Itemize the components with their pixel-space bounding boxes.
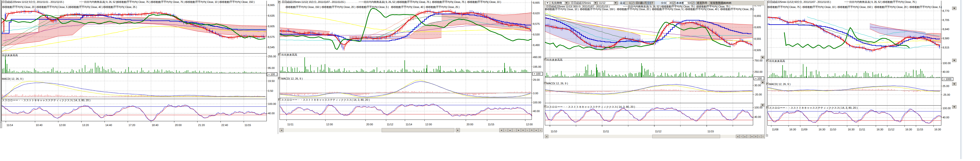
svg-text:11/08: 11/08 (772, 128, 778, 131)
svg-text:40.00: 40.00 (268, 112, 275, 115)
svg-text:40.00: 40.00 (533, 110, 540, 112)
svg-text:11/11: 11/11 (603, 130, 609, 133)
svg-text:8,655: 8,655 (754, 14, 761, 17)
svg-text:移移動動平平均均( Close, 75 ): 移移動動平平均均( Close, 75 ) (883, 0, 916, 3)
svg-text:移移動動平平均均( Close, 20 ): 移移動動平平均均( Close, 20 ) (2, 6, 36, 8)
svg-text:21:20: 21:20 (198, 124, 205, 126)
svg-text:▲: ▲ (509, 129, 511, 131)
svg-text:ススロローー・・スストトキキャャスステティィククスス( 14: ススロローー・・スストトキキャャスステティィククスス( 14, 3, 80, 2… (2, 99, 91, 102)
svg-text:●: ● (536, 129, 537, 131)
svg-text:►: ► (518, 129, 520, 131)
svg-text:-20.00: -20.00 (754, 93, 762, 96)
svg-text:適適用用: 適適用用 (697, 2, 707, 4)
svg-text:11/11: 11/11 (859, 128, 865, 131)
svg-text:移移動動平平均均( Close, 20 ): 移移動動平平均均( Close, 20 ) (617, 8, 651, 11)
svg-text:一一目目均均衡衡表表( 9, 26, 52 ): 一一目目均均衡衡表表( 9, 26, 52 ) (844, 0, 882, 3)
svg-text:8,605: 8,605 (754, 26, 761, 29)
svg-text:8,640: 8,640 (943, 28, 949, 31)
svg-text:8,620: 8,620 (533, 12, 540, 15)
svg-text:複複数数銘銘柄柄: 複複数数銘銘柄柄 (710, 2, 731, 4)
svg-text:日日経経225mini 11/12( 15分分, 2011/: 日日経経225mini 11/12( 15分分, 2011/11/07 - 20… (282, 0, 345, 3)
svg-text:一一目目均均衡衡表表( 9, 26, 52 ): 一一目目均均衡衡表表( 9, 26, 52 ) (79, 0, 117, 3)
svg-text:16:30: 16:30 (848, 128, 854, 131)
svg-text:R: R (531, 129, 533, 131)
svg-text:11/15: 11/15 (488, 123, 494, 126)
svg-text:分分: 分分 (661, 2, 667, 4)
svg-text:×: × (540, 129, 541, 131)
svg-text:19.50: 19.50 (268, 79, 275, 82)
svg-text:8,665: 8,665 (533, 1, 540, 4)
svg-text:◄: ◄ (737, 136, 739, 137)
svg-text:L: L (527, 129, 528, 131)
svg-text:30.00: 30.00 (754, 84, 761, 87)
svg-text:移移動動平平均均( Close, 150 ): 移移動動平平均均( Close, 150 ) (286, 6, 321, 8)
svg-text:◄: ◄ (546, 136, 547, 137)
svg-text:8,705: 8,705 (943, 19, 949, 21)
svg-text:11/15: 11/15 (245, 124, 251, 126)
svg-text:移移動動平平均均( Close, 20 ): 移移動動平平均均( Close, 20 ) (321, 6, 355, 8)
svg-text:移移動動平平均均( Close, 40 ): 移移動動平平均均( Close, 40 ) (685, 8, 719, 11)
svg-text:14:40: 14:40 (105, 124, 112, 126)
svg-text:18:40: 18:40 (152, 124, 159, 126)
svg-text:16:30: 16:30 (934, 128, 941, 131)
svg-text:16:30: 16:30 (819, 128, 826, 131)
svg-text:8,515: 8,515 (943, 46, 949, 49)
svg-text:日日経経225mini 11/12( 5分分, 2011/1: 日日経経225mini 11/12( 5分分, 2011/11/11 - 201… (2, 0, 64, 3)
svg-text:MACD( 12, 26, 9 ): MACD( 12, 26, 9 ) (547, 82, 568, 85)
svg-text:移移動動平平均均( Close, 75 ): 移移動動平平均均( Close, 75 ) (151, 0, 185, 3)
svg-text:30: 30 (669, 2, 672, 4)
svg-text:移移動動平平均均( Close, 10 ): 移移動動平平均均( Close, 10 ) (467, 0, 501, 3)
svg-text:0.50: 0.50 (268, 89, 273, 92)
svg-text:移移動動平平均均( Close, 150 ): 移移動動平平均均( Close, 150 ) (220, 0, 255, 3)
svg-text:日日経経225mini 11/12( 60分分, 2011/: 日日経経225mini 11/12( 60分分, 2011/11/07 - 20… (767, 0, 831, 3)
svg-text:+: + (741, 136, 742, 137)
svg-text:3.00: 3.00 (533, 92, 538, 95)
svg-text:8,490: 8,490 (533, 44, 540, 47)
svg-text:11/15: 11/15 (708, 130, 714, 133)
svg-text:移移動動平平均均( Close, 25 ): 移移動動平平均均( Close, 25 ) (426, 6, 460, 8)
svg-text:移移動動平平均均( Close, 150 ): 移移動動平平均均( Close, 150 ) (580, 8, 615, 11)
svg-text:×: × (762, 136, 764, 137)
svg-text:11/12: 11/12 (888, 128, 894, 131)
svg-text:移移動動平平均均( Close, 5 ): 移移動動平平均均( Close, 5 ) (652, 8, 684, 11)
svg-text:11/15: 11/15 (917, 128, 923, 131)
svg-text:ススロローー・・スストトキキャャスステティィククスス( 14: ススロローー・・スストトキキャャスステティィククスス( 14, 3, 80, 2… (769, 106, 858, 109)
svg-text:13:20: 13:20 (82, 124, 89, 126)
svg-text:29.00: 29.00 (533, 78, 540, 81)
svg-text:10:40: 10:40 (36, 124, 43, 126)
svg-text:8,605: 8,605 (268, 25, 275, 28)
svg-text:100.00: 100.00 (533, 101, 541, 104)
svg-text:出出来来高高: 出出来来高高 (2, 54, 18, 57)
svg-text:B: B (522, 129, 523, 131)
svg-text:8,575: 8,575 (533, 22, 540, 25)
svg-text:12:00: 12:00 (425, 123, 432, 126)
svg-text:100.00: 100.00 (268, 103, 276, 105)
svg-text:8,530: 8,530 (533, 33, 540, 36)
svg-text:100.00: 100.00 (943, 62, 951, 65)
svg-text:►: ► (751, 136, 753, 137)
svg-text:255.00: 255.00 (268, 55, 276, 58)
svg-text:移移動動平平均均( Close, 75 ): 移移動動平平均均( Close, 75 ) (767, 6, 801, 8)
svg-text:25.00: 25.00 (943, 85, 949, 87)
svg-text:足足: 足足 (620, 2, 625, 4)
svg-text:1: 1 (629, 2, 631, 4)
svg-text:MACD( 12, 26, 9 ): MACD( 12, 26, 9 ) (2, 77, 24, 80)
svg-text:移移動動平平均均( Close, 40 ): 移移動動平平均均( Close, 40 ) (391, 6, 425, 8)
svg-text:22:40: 22:40 (221, 124, 228, 126)
svg-text:移移動動平平均均( Close, 25 ): 移移動動平平均均( Close, 25 ) (720, 8, 754, 11)
svg-text:移移動動平平均均( Close, 25 ): 移移動動平平均均( Close, 25 ) (103, 6, 137, 8)
svg-text:8,770: 8,770 (943, 9, 949, 12)
svg-text:-: - (514, 129, 515, 131)
svg-text:11/10: 11/10 (830, 128, 836, 131)
svg-text:移移動動平平均均( Close, 5 ): 移移動動平平均均( Close, 5 ) (910, 6, 942, 8)
svg-text:8,555: 8,555 (754, 37, 761, 40)
svg-text:ススロローー・・スストトキキャャスステティィククスス( 14: ススロローー・・スストトキキャャスステティィククスス( 14, 3, 80, 2… (547, 105, 635, 108)
svg-text:出出来来高高: 出出来来高高 (281, 53, 297, 56)
svg-text:11/10: 11/10 (550, 130, 557, 133)
svg-text:T: T (652, 2, 653, 4)
svg-text:16:30: 16:30 (905, 128, 912, 131)
svg-text:8,545: 8,545 (268, 46, 275, 49)
svg-text:11/11: 11/11 (287, 123, 294, 126)
svg-text:8,635: 8,635 (268, 14, 275, 17)
svg-text:一一目目均均衡衡表表( 9, 26, 52 ): 一一目目均均衡衡表表( 9, 26, 52 ) (359, 0, 396, 3)
